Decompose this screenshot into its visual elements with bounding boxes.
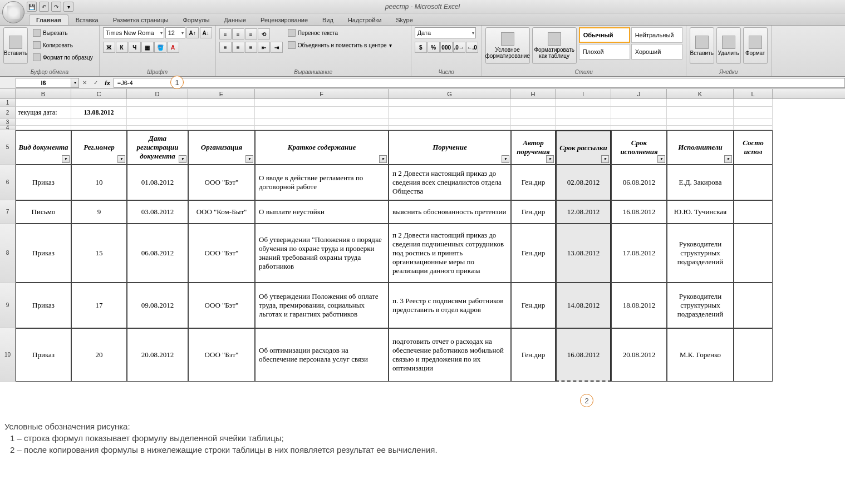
formula-input[interactable]: =J6-4: [114, 78, 845, 88]
table-header[interactable]: Краткое содержание▾: [255, 130, 389, 165]
align-right-button[interactable]: ≡: [245, 42, 257, 53]
insert-cells-button[interactable]: Вставить: [690, 27, 714, 64]
row-header[interactable]: 1: [0, 99, 16, 107]
cell[interactable]: [255, 99, 389, 107]
filter-icon[interactable]: ▾: [502, 155, 509, 163]
row-header[interactable]: 9: [0, 283, 16, 328]
cell[interactable]: [188, 126, 255, 130]
col-header[interactable]: C: [71, 89, 127, 98]
style-normal[interactable]: Обычный: [579, 27, 630, 43]
table-header[interactable]: Состо испол: [734, 130, 773, 165]
tab-view[interactable]: Вид: [315, 14, 341, 25]
cell[interactable]: [389, 99, 511, 107]
tab-skype[interactable]: Skype: [389, 14, 420, 25]
cell[interactable]: [611, 107, 667, 119]
cell-send[interactable]: 02.08.2012: [556, 165, 611, 200]
cell[interactable]: [611, 99, 667, 107]
row-header[interactable]: 6: [0, 165, 16, 200]
row-header[interactable]: 10: [0, 328, 16, 382]
align-left-button[interactable]: ≡: [219, 42, 232, 53]
font-name-combo[interactable]: Times New Roma: [103, 27, 164, 38]
save-icon[interactable]: 💾: [27, 2, 37, 12]
currency-button[interactable]: $: [415, 42, 427, 53]
cell-status[interactable]: [734, 165, 773, 200]
cell[interactable]: [255, 107, 389, 119]
cell[interactable]: [734, 119, 773, 126]
row-header[interactable]: 4: [0, 126, 16, 130]
filter-icon[interactable]: ▾: [601, 155, 609, 163]
col-header[interactable]: E: [188, 89, 255, 98]
format-as-table-button[interactable]: Форматировать как таблицу: [532, 27, 577, 64]
worksheet-grid[interactable]: B C D E F G H I J K L 1 2 текущая дата: …: [0, 89, 845, 414]
filter-icon[interactable]: ▾: [179, 155, 186, 163]
filter-icon[interactable]: ▾: [245, 155, 253, 163]
format-painter-button[interactable]: Формат по образцу: [30, 52, 96, 63]
style-bad[interactable]: Плохой: [579, 44, 630, 60]
cell[interactable]: [389, 119, 511, 126]
underline-button[interactable]: Ч: [129, 42, 141, 53]
style-good[interactable]: Хороший: [631, 44, 682, 60]
cell[interactable]: [127, 107, 188, 119]
cell[interactable]: [556, 126, 611, 130]
paste-button[interactable]: Вставить: [3, 27, 28, 64]
table-header[interactable]: Рег.номер▾: [71, 130, 127, 165]
cell[interactable]: [127, 119, 188, 126]
cell-status[interactable]: [734, 283, 773, 328]
filter-icon[interactable]: ▾: [62, 155, 70, 163]
tab-formulas[interactable]: Формулы: [175, 14, 217, 25]
redo-icon[interactable]: ↷: [51, 2, 61, 12]
indent-dec-button[interactable]: ⇤: [258, 42, 270, 53]
cell-org[interactable]: ООО "Бэт": [188, 328, 255, 382]
cell-status[interactable]: [734, 328, 773, 382]
cell-exec[interactable]: Е.Д. Закирова: [667, 165, 734, 200]
merge-center-button[interactable]: Объединить и поместить в центре ▾: [285, 39, 407, 51]
col-header[interactable]: L: [734, 89, 773, 98]
cell-reg[interactable]: 15: [71, 224, 127, 283]
number-format-combo[interactable]: Дата: [415, 27, 476, 38]
table-header[interactable]: Автор поручения▾: [511, 130, 556, 165]
cell-current-date-label[interactable]: текущая дата:: [16, 107, 71, 119]
filter-icon[interactable]: ▾: [117, 155, 125, 163]
tab-addins[interactable]: Надстройки: [341, 14, 389, 25]
undo-icon[interactable]: ↶: [39, 2, 49, 12]
shrink-font-button[interactable]: A↓: [200, 27, 212, 38]
cell[interactable]: [611, 126, 667, 130]
style-neutral[interactable]: Нейтральный: [631, 27, 682, 43]
cell-org[interactable]: ООО "Бэт": [188, 224, 255, 283]
font-color-button[interactable]: A: [167, 42, 179, 53]
cell[interactable]: [556, 99, 611, 107]
table-header[interactable]: Дата регистрации документа▾: [127, 130, 188, 165]
cell-summary[interactable]: Об утверждении Положения об оплате труда…: [255, 283, 389, 328]
col-header[interactable]: D: [127, 89, 188, 98]
cell[interactable]: [667, 126, 734, 130]
table-header[interactable]: Срок исполнения▾: [611, 130, 667, 165]
qat-more-icon[interactable]: ▾: [63, 2, 73, 12]
cell-status[interactable]: [734, 224, 773, 283]
cell-due[interactable]: 17.08.2012: [611, 224, 667, 283]
bold-button[interactable]: Ж: [103, 42, 115, 53]
grow-font-button[interactable]: A↑: [186, 27, 199, 38]
cell-org[interactable]: ООО "Бэт": [188, 283, 255, 328]
col-header[interactable]: F: [255, 89, 389, 98]
cell-org[interactable]: ООО "Бэт": [188, 165, 255, 200]
table-header[interactable]: Срок рассылки▾: [556, 130, 611, 165]
cell[interactable]: [71, 99, 127, 107]
cell[interactable]: [389, 126, 511, 130]
tab-data[interactable]: Данные: [217, 14, 253, 25]
tab-home[interactable]: Главная: [29, 14, 68, 25]
table-header[interactable]: Поручение▾: [389, 130, 511, 165]
office-button[interactable]: [2, 1, 24, 23]
cell-date[interactable]: 09.08.2012: [127, 283, 188, 328]
cell-due[interactable]: 16.08.2012: [611, 200, 667, 224]
tab-review[interactable]: Рецензирование: [253, 14, 315, 25]
filter-icon[interactable]: ▾: [546, 155, 554, 163]
table-header[interactable]: Организация▾: [188, 130, 255, 165]
align-center-button[interactable]: ≡: [232, 42, 244, 53]
orientation-button[interactable]: ⟲: [258, 28, 270, 39]
cell-status[interactable]: [734, 200, 773, 224]
col-header[interactable]: I: [556, 89, 611, 98]
wrap-text-button[interactable]: Перенос текста: [285, 27, 407, 38]
cell-reg[interactable]: 10: [71, 165, 127, 200]
cell[interactable]: [556, 107, 611, 119]
dec-decimal-button[interactable]: ←.0: [466, 42, 478, 53]
